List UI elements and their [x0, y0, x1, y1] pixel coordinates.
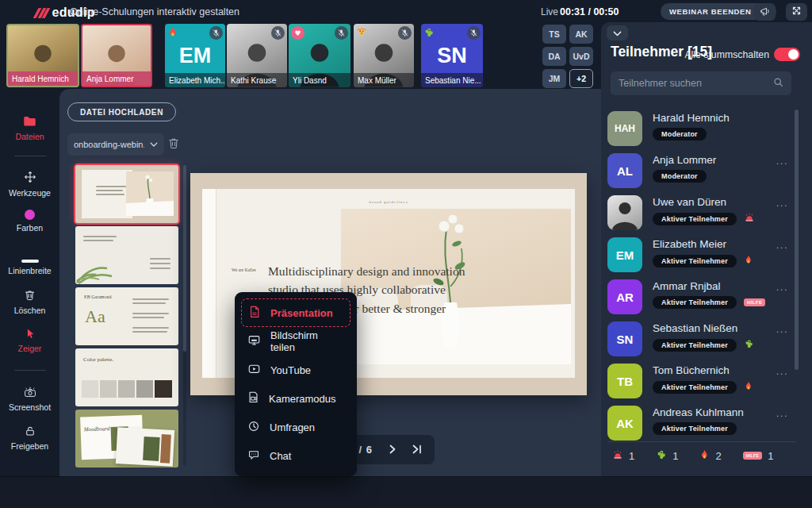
sidebar-item-dateien[interactable]: Dateien — [0, 115, 59, 141]
announce-button[interactable] — [754, 3, 776, 21]
sidebar-item-loeschen[interactable]: Löschen — [0, 289, 59, 315]
tile-name-label: Yli Dasnd — [289, 73, 350, 87]
participant-badge[interactable]: UvD — [569, 47, 593, 66]
menu-item-praesentation[interactable]: Präsentation — [241, 298, 350, 327]
role-badge: Aktiver Teilnehmer — [653, 255, 737, 267]
slide-thumbnail-4[interactable]: Color palette. — [75, 348, 178, 406]
search-icon — [773, 76, 783, 90]
more-participants-badge[interactable]: +2 — [569, 69, 593, 88]
tile-name-label: Kathi Krause — [227, 73, 287, 87]
slide-page-spine — [202, 189, 216, 378]
participant-row[interactable]: HAH Harald Hemnich Moderator — [607, 110, 798, 149]
next-page-button[interactable] — [389, 443, 396, 457]
video-tile[interactable]: EM Elizabeth Mich... — [165, 24, 225, 87]
delete-file-button[interactable] — [167, 137, 180, 152]
mute-all-toggle[interactable] — [774, 48, 800, 61]
heart-emoji: ♥ — [291, 26, 304, 40]
camera-icon — [24, 387, 36, 399]
thumb-moodboard-card — [116, 427, 174, 467]
sidebar-divider — [14, 370, 46, 371]
sidebar-item-werkzeuge[interactable]: Werkzeuge — [0, 171, 59, 198]
slide-side-caption: We are Kalles — [232, 267, 266, 274]
participant-badge[interactable]: TS — [542, 25, 566, 44]
video-tile[interactable]: ♥ Yli Dasnd — [289, 24, 350, 87]
mic-muted-icon — [335, 26, 348, 40]
participant-name: Harald Hemnich — [653, 112, 730, 124]
avatar: SN — [607, 321, 642, 356]
fullscreen-button[interactable] — [786, 3, 807, 21]
sidebar-item-label: Dateien — [15, 132, 44, 141]
participant-row[interactable]: AL Anja Lommer Moderator ... — [607, 152, 798, 191]
file-select-dropdown[interactable]: onboarding-webin... — [67, 133, 164, 156]
slide-thumbnail-1[interactable] — [75, 165, 178, 223]
webinar-timer: 00:31 / 00:50 — [560, 6, 619, 17]
participant-badge[interactable]: JM — [542, 69, 566, 88]
participant-row[interactable]: TB Tom Büchernich Aktiver Teilnehmer ... — [607, 362, 798, 402]
slide-thumbnail-3[interactable]: EB Garamond Aa — [75, 287, 178, 345]
sidebar-item-linienbreite[interactable]: Linienbreite — [0, 256, 59, 275]
participant-menu-button[interactable]: ... — [776, 155, 788, 167]
role-badge: Moderator — [653, 128, 707, 140]
sidebar-item-label: Löschen — [14, 306, 46, 315]
fullscreen-icon — [791, 5, 802, 19]
participant-menu-button[interactable]: ... — [776, 197, 788, 209]
megaphone-icon — [760, 5, 771, 19]
menu-item-label: Kameramodus — [269, 393, 336, 405]
slide-top-caption: brand guidelines — [190, 200, 587, 204]
mic-muted-icon — [467, 26, 481, 40]
participant-badge[interactable]: DA — [542, 47, 566, 66]
last-page-button[interactable] — [412, 443, 422, 457]
menu-item-label: Präsentation — [270, 307, 333, 319]
clock-icon — [248, 421, 259, 434]
chevron-down-icon — [613, 26, 622, 40]
tile-name-label: Anja Lommer — [82, 71, 151, 86]
slide-thumbnail-5[interactable]: Moodboard — [75, 410, 178, 468]
participant-row[interactable]: AK Andreas Kuhlmann Aktiver Teilnehmer .… — [607, 404, 798, 444]
thumb-table-line — [150, 263, 170, 264]
menu-item-youtube[interactable]: YouTube — [241, 356, 350, 384]
slide-thumbnail-2[interactable] — [75, 226, 178, 284]
avatar: HAH — [607, 111, 642, 146]
sidebar-item-zeiger[interactable]: Zeiger — [0, 328, 59, 353]
participant-row[interactable]: AR Ammar Rnjbal Aktiver Teilnehmer HILFE… — [607, 278, 798, 318]
video-tile[interactable]: Max Müller — [354, 24, 414, 87]
sidebar-item-farben[interactable]: Farben — [0, 210, 59, 233]
thumb-table-line — [150, 267, 170, 269]
menu-item-kameramodus[interactable]: Kameramodus — [241, 384, 350, 413]
participant-row[interactable]: SN Sebastian Nießen Aktiver Teilnehmer .… — [607, 320, 798, 360]
video-tile-moderator[interactable]: Anja Lommer — [81, 24, 152, 87]
tile-name-label: Harald Hemnich — [8, 71, 78, 86]
participant-row[interactable]: Uwe van Düren Aktiver Teilnehmer ... — [607, 194, 798, 233]
thumbnail-scrollbar-thumb[interactable] — [183, 165, 186, 352]
menu-item-label: YouTube — [270, 364, 311, 376]
participant-badge[interactable]: AK — [569, 25, 593, 44]
video-tile[interactable]: Kathi Krause — [227, 24, 287, 87]
participant-row[interactable]: EM Elizabeth Meier Aktiver Teilnehmer ..… — [607, 236, 798, 275]
mic-muted-icon — [209, 26, 223, 40]
participant-menu-button[interactable]: ... — [776, 407, 788, 419]
sidebar-item-label: Farben — [17, 223, 43, 233]
participant-menu-button[interactable]: ... — [776, 281, 788, 293]
webinar-app: edudip Online-Schulungen interaktiv gest… — [0, 0, 812, 508]
participant-menu-button[interactable]: ... — [776, 365, 788, 377]
search-input[interactable] — [619, 78, 773, 89]
trash-icon — [24, 289, 36, 302]
help-chip: HILFE — [744, 298, 765, 306]
sidebar-item-screenshot[interactable]: Screenshot — [0, 387, 59, 412]
video-tile[interactable]: SN Sebastian Nie... — [421, 24, 483, 87]
menu-item-bildschirm-teilen[interactable]: Bildschirm teilen — [241, 327, 350, 356]
pizza-emoji — [356, 26, 367, 40]
collapse-panel-button[interactable] — [607, 25, 628, 40]
fire-emoji — [744, 380, 753, 394]
line-width-icon — [21, 260, 39, 263]
sidebar-item-freigeben[interactable]: Freigeben — [0, 425, 59, 451]
top-bar: edudip Online-Schulungen interaktiv gest… — [0, 0, 812, 22]
menu-item-chat[interactable]: Chat — [241, 441, 350, 470]
video-tile-moderator[interactable]: Harald Hemnich — [6, 24, 79, 87]
participants-scrollbar[interactable] — [795, 110, 799, 370]
menu-item-umfragen[interactable]: Umfragen — [241, 413, 350, 441]
upload-file-button[interactable]: DATEI HOCHLADEN — [67, 102, 176, 121]
participant-menu-button[interactable]: ... — [776, 323, 788, 335]
participant-menu-button[interactable]: ... — [776, 239, 788, 251]
app-subtitle: Online-Schulungen interaktiv gestalten — [70, 6, 239, 17]
